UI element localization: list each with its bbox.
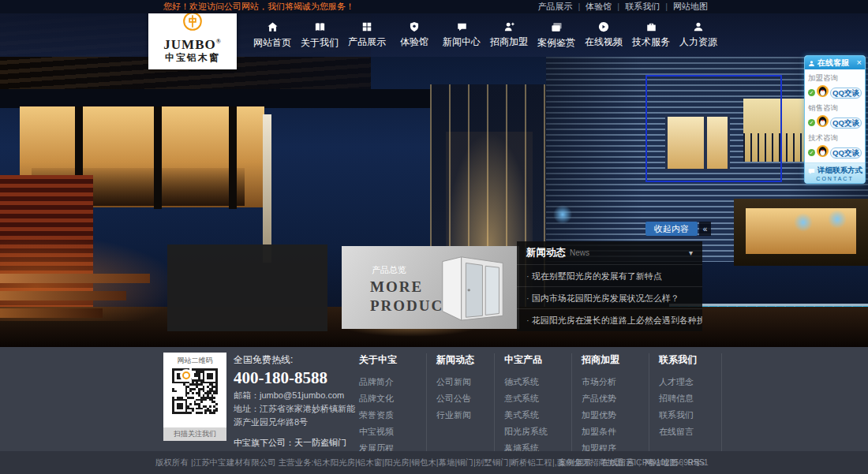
nav-item-home[interactable]: 网站首页 [249,13,296,57]
nav-item-tech[interactable]: 技术服务 [627,13,675,57]
qr-caption: 扫描关注我们 [163,427,226,441]
footer-link[interactable]: 人才理念 [659,374,721,390]
footer-link[interactable]: 产品优势 [582,390,649,407]
logo-reg-mark: ® [216,38,222,45]
chat-icon [456,21,468,32]
nav-item-cases[interactable]: 案例鉴赏 [533,13,580,57]
footer-link[interactable]: 市场分析 [582,374,649,390]
footer-link[interactable]: 美式系统 [504,407,571,424]
footer-link[interactable]: 公司新闻 [436,374,494,390]
contact-block: 全国免费热线: 400-180-8588 邮箱：jumbo@51jumbo.co… [234,353,361,450]
home-icon [267,21,279,33]
hero-post-art [229,106,237,209]
hero-roof-art [0,89,442,108]
qq-row: ✓ QQ交谈 [808,145,862,160]
grid-icon [361,21,372,32]
email-line: 邮箱：jumbo@51jumbo.com [234,389,361,402]
nav-item-experience[interactable]: 体验馆 [391,13,438,57]
footer-link[interactable]: 加盟条件 [582,424,649,440]
online-status-icon: ✓ [808,149,815,156]
qq-penguin-icon [817,115,829,130]
bottom-link-message[interactable]: 在线留言 [591,457,634,468]
welcome-message: 您好！欢迎访问公司网站，我们将竭诚为您服务！ [163,1,354,13]
close-icon[interactable]: × [857,58,862,67]
user-plus-icon [503,21,515,32]
footer-link[interactable]: 意式系统 [504,390,571,407]
subsidiary-line: 中宝旗下公司：天一防盗铜门 [234,436,361,450]
contact-details-label: 详细联系方式 [806,166,863,176]
footer-link[interactable]: 中宝视频 [359,424,426,440]
qq-chat-button[interactable]: QQ交谈 [830,147,862,159]
news-subtitle: News [570,241,589,264]
main-navbar: 网站首页 关于我们 产品展示 体验馆 新闻中心 招商加盟 [0,13,868,57]
footer-link[interactable]: 加盟优势 [582,407,649,424]
footer-link[interactable]: 招聘信息 [659,390,721,407]
page: 您好！欢迎访问公司网站，我们将竭诚为您服务！ 产品展示 体验馆 联系我们 网站地… [0,0,868,474]
footer-link[interactable]: 联系我们 [659,407,721,424]
news-panel: 新闻动态 News ▾ 现在别墅阳光房的发展有了新特点 国内市场花园阳光房发展状… [517,241,702,331]
more-products-card[interactable]: 产品总览 MORE PRODUCTS [342,246,519,329]
news-item[interactable]: 现在别墅阳光房的发展有了新特点 [517,264,702,286]
online-status-icon: ✓ [808,119,815,126]
footer-link[interactable]: 荣誉资质 [359,407,426,424]
nav-label: 在线视频 [585,35,623,49]
footer-link[interactable]: 品牌文化 [359,390,426,407]
online-service-title: 在线客服 [817,58,849,69]
topbar-link-products[interactable]: 产品展示 [537,1,572,13]
email-value: jumbo@51jumbo.com [260,390,344,400]
nav-item-products[interactable]: 产品展示 [343,13,391,57]
collapse-content-button[interactable]: 收起内容 [645,222,698,236]
topbar-link-experience[interactable]: 体验馆 [572,1,612,13]
shield-icon [409,21,420,32]
hero-blue-light [793,212,814,233]
footer-link[interactable]: 在线留言 [659,424,721,440]
topbar-link-sitemap[interactable]: 网站地图 [660,1,708,13]
bottom-link-rss[interactable]: RSS [678,457,705,468]
qq-row: ✓ QQ交谈 [808,115,862,130]
footer-link[interactable]: 德式系统 [504,374,571,390]
logo-subtitle: 中宝铝木窗 [165,51,220,65]
news-title: 新闻动态 [526,241,566,264]
nav-item-join[interactable]: 招商加盟 [485,13,533,57]
footer-col-title: 关于中宝 [359,353,426,367]
qq-group-label: 销售咨询 [808,103,862,114]
hero-post-art [154,106,162,209]
bottom-link-cases[interactable]: 案例展示 [558,457,591,468]
nav-label: 案例鉴赏 [537,36,575,50]
chevron-down-icon[interactable]: ▾ [689,241,693,264]
nav-item-about[interactable]: 关于我们 [296,13,343,57]
nav-item-news[interactable]: 新闻中心 [438,13,485,57]
online-status-icon: ✓ [808,89,815,96]
collapse-arrow-icon[interactable]: « [699,222,711,236]
footer-link[interactable]: 行业新闻 [436,407,494,424]
footer-col-title: 联系我们 [659,353,721,367]
nav-item-hr[interactable]: 人力资源 [675,13,722,57]
topbar-link-contact[interactable]: 联系我们 [612,1,660,13]
footer-link[interactable]: 公司公告 [436,390,494,407]
footer-link[interactable]: 阳光房系统 [504,424,571,440]
hero-blue-light [552,204,573,225]
online-service-body: 加盟咨询 ✓ QQ交谈 销售咨询 ✓ QQ交谈 技术咨询 ✓ QQ交谈 [805,69,865,162]
contact-details-button[interactable]: 详细联系方式 CONTACT [805,162,865,183]
product-dark-card[interactable] [167,244,327,331]
qr-title: 网站二维码 [178,356,213,366]
nav-label: 招商加盟 [490,35,528,49]
qq-chat-button[interactable]: QQ交谈 [830,88,862,99]
qq-chat-button[interactable]: QQ交谈 [830,118,862,129]
qq-penguin-icon [817,85,829,100]
footer-link[interactable]: 品牌简介 [359,374,426,390]
news-item[interactable]: 国内市场花园阳光房发展状况怎么样？ [517,286,702,308]
footer-col-title: 中宝产品 [504,353,571,367]
user-icon [693,21,704,32]
qr-code [172,368,218,414]
logo[interactable]: JUMBO® 中宝铝木窗 [148,6,237,69]
bottom-link-sitemap[interactable]: 网站地图 [634,457,678,468]
nav-item-video[interactable]: 在线视频 [580,13,627,57]
bottom-links: 案例展示 在线留言 网站地图 RSS [558,457,705,468]
online-service-header: 在线客服 × [805,56,865,69]
hotline-number: 400-180-8588 [234,367,361,389]
products-tag: 产品总览 [372,264,406,276]
hero-pillar-art [263,114,271,263]
address-line: 地址：江苏省张家港妙桥镇新能源产业园兄华路8号 [234,402,361,429]
news-item[interactable]: 花园阳光房在漫长的道路上必然会遇到各种挑战 [517,308,702,330]
